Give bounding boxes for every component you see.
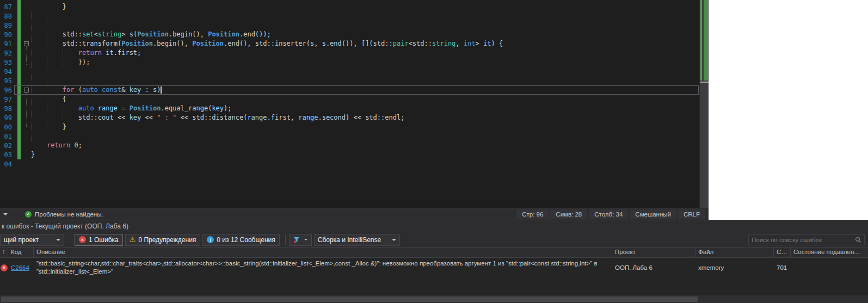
- code-gutter: −: [12, 39, 31, 48]
- code-line[interactable]: 95: [0, 76, 699, 85]
- error-list-title-bar[interactable]: к ошибок - Текущий проект (ООП. Лаба 6): [0, 220, 868, 232]
- error-list-horizontal-scrollbar[interactable]: [0, 295, 868, 303]
- code-text: }: [31, 150, 699, 159]
- error-list-search-input[interactable]: [749, 237, 854, 243]
- code-gutter: [12, 67, 31, 76]
- toolbar-separator: [285, 234, 286, 245]
- error-code-link[interactable]: C2664: [11, 264, 29, 271]
- toolbar-separator: [71, 234, 71, 245]
- scope-filter-dropdown[interactable]: щий проект: [0, 234, 64, 246]
- line-number[interactable]: 89: [0, 22, 12, 29]
- line-number[interactable]: 00: [0, 123, 12, 131]
- health-check-icon: ✓: [25, 211, 32, 218]
- code-text: auto range = Position.equal_range(key);: [31, 104, 699, 113]
- code-line[interactable]: 88: [0, 11, 699, 21]
- line-number[interactable]: 88: [0, 13, 12, 20]
- error-icon: ×: [1, 264, 8, 271]
- status-line-ending-indicator[interactable]: CRLF: [678, 209, 705, 219]
- error-line-cell: 701: [774, 264, 791, 271]
- code-line[interactable]: 92 return it.first;: [0, 48, 699, 58]
- code-gutter: [12, 48, 31, 58]
- code-gutter: [12, 11, 31, 21]
- code-gutter: [12, 21, 31, 30]
- code-line[interactable]: 00 }: [0, 122, 699, 132]
- error-row[interactable]: ×C2664"std::basic_string<char,std::char_…: [0, 258, 868, 277]
- code-text: for (auto const& key : s): [31, 85, 699, 95]
- line-number[interactable]: 94: [0, 68, 12, 76]
- error-list-rows: ×C2664"std::basic_string<char,std::char_…: [0, 258, 868, 277]
- status-encoding-indicator[interactable]: Смешанный: [630, 209, 676, 219]
- suppression-column-header[interactable]: Состояние подавлен...: [791, 248, 868, 257]
- code-text: [31, 21, 699, 30]
- code-area[interactable]: 87 }888990 std::set<string> s(Position.b…: [0, 0, 699, 208]
- line-number[interactable]: 01: [0, 133, 12, 140]
- code-text: [31, 67, 699, 76]
- code-text: std::transform(Position.begin(), Positio…: [31, 39, 699, 48]
- code-line[interactable]: 91− std::transform(Position.begin(), Pos…: [0, 39, 699, 48]
- code-line[interactable]: 99 std::cout << key << " : " << std::dis…: [0, 113, 699, 122]
- error-description-cell: "std::basic_string<char,std::char_traits…: [34, 258, 612, 277]
- line-number[interactable]: 93: [0, 59, 12, 66]
- code-text: });: [31, 58, 699, 67]
- code-line[interactable]: 97 {: [0, 95, 699, 104]
- code-gutter: [12, 76, 31, 85]
- line-number[interactable]: 02: [0, 142, 12, 150]
- scope-filter-value: щий проект: [4, 236, 39, 244]
- line-number[interactable]: 03: [0, 151, 12, 159]
- status-line-indicator[interactable]: Стр: 96: [516, 209, 549, 219]
- code-line[interactable]: 03}: [0, 150, 699, 159]
- code-line[interactable]: 02 return 0;: [0, 141, 699, 150]
- search-icon: [854, 236, 862, 244]
- fold-collapse-toggle[interactable]: −: [24, 88, 29, 92]
- code-gutter: [12, 141, 31, 150]
- code-line[interactable]: 94: [0, 67, 699, 76]
- scrollbar-thumb[interactable]: [1, 296, 698, 302]
- severity-column-header[interactable]: !: [0, 248, 8, 257]
- code-gutter: [12, 113, 31, 122]
- error-list-search-box: [748, 234, 865, 245]
- code-gutter: [12, 159, 31, 169]
- code-column-header[interactable]: Код: [8, 248, 34, 257]
- chevron-down-icon: [392, 239, 396, 241]
- line-number[interactable]: 87: [0, 3, 12, 11]
- project-column-header[interactable]: Проект: [612, 248, 695, 257]
- code-line[interactable]: 93 });: [0, 58, 699, 67]
- line-number[interactable]: 90: [0, 31, 12, 39]
- code-gutter: [12, 58, 31, 67]
- filter-button[interactable]: [289, 234, 312, 246]
- line-column-header[interactable]: Ст...: [774, 248, 791, 257]
- filter-funnel-icon: [293, 237, 300, 243]
- line-number[interactable]: 96: [0, 86, 12, 94]
- code-text: {: [31, 95, 699, 104]
- code-lines: 87 }888990 std::set<string> s(Position.b…: [0, 0, 699, 169]
- messages-filter-button[interactable]: i 0 из 12 Сообщения: [202, 234, 279, 246]
- code-line[interactable]: 98 auto range = Position.equal_range(key…: [0, 104, 699, 113]
- code-line[interactable]: 87 }: [0, 2, 699, 11]
- editor-vertical-scrollbar[interactable]: [699, 0, 709, 208]
- line-number[interactable]: 04: [0, 160, 12, 168]
- status-char-indicator[interactable]: Симв: 28: [550, 209, 587, 219]
- status-column-indicator[interactable]: Столб: 34: [589, 209, 628, 219]
- warnings-filter-button[interactable]: ⚠ 0 Предупреждения: [125, 234, 201, 246]
- error-project-cell: ООП. Лаба 6: [612, 264, 695, 271]
- line-number[interactable]: 95: [0, 77, 12, 85]
- line-number[interactable]: 98: [0, 105, 12, 113]
- info-icon: i: [207, 236, 214, 243]
- code-line[interactable]: 89: [0, 21, 699, 30]
- line-number[interactable]: 99: [0, 114, 12, 122]
- code-line[interactable]: 96− for (auto const& key : s): [0, 85, 699, 95]
- line-number[interactable]: 91: [0, 40, 12, 48]
- source-filter-dropdown[interactable]: Сборка и IntelliSense: [314, 234, 400, 246]
- fold-collapse-toggle[interactable]: −: [24, 41, 29, 46]
- code-line[interactable]: 04: [0, 159, 699, 169]
- file-column-header[interactable]: Файл: [695, 248, 774, 257]
- chevron-down-icon: [56, 239, 60, 241]
- health-dropdown-button[interactable]: [0, 208, 11, 220]
- description-column-header[interactable]: Описание: [34, 248, 612, 257]
- code-line[interactable]: 90 std::set<string> s(Position.begin(), …: [0, 30, 699, 39]
- line-number[interactable]: 97: [0, 96, 12, 103]
- code-line[interactable]: 01: [0, 132, 699, 141]
- line-number[interactable]: 92: [0, 50, 12, 57]
- error-icon: ×: [79, 236, 86, 243]
- errors-filter-button[interactable]: × 1 Ошибка: [75, 234, 123, 246]
